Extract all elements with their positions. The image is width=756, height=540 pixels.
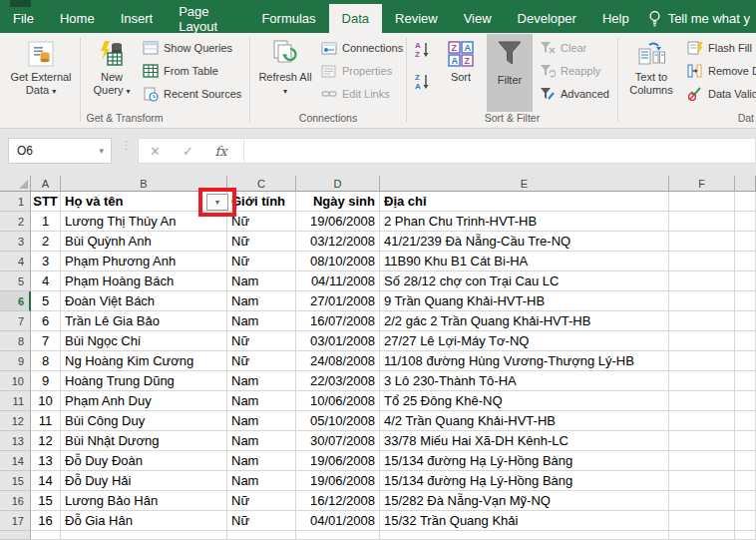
row-stub-13[interactable]: 13 bbox=[0, 431, 31, 451]
cell-D18[interactable] bbox=[296, 531, 380, 540]
column-header-partial[interactable] bbox=[735, 176, 756, 192]
cell-B11[interactable]: Phạm Anh Duy bbox=[61, 391, 227, 411]
cell-E13[interactable]: 33/78 Miếu Hai Xã-DH Kênh-LC bbox=[380, 431, 669, 451]
cell-E10[interactable]: 3 Lô 230-Thành Tô-HA bbox=[380, 371, 669, 391]
cell-G2[interactable] bbox=[735, 212, 756, 232]
row-stub-1[interactable]: 1 bbox=[0, 192, 31, 212]
row-stub-7[interactable]: 7 bbox=[0, 311, 31, 331]
row-stub-17[interactable]: 17 bbox=[0, 511, 31, 531]
cell-A11[interactable]: 10 bbox=[31, 391, 61, 411]
column-header-A[interactable]: A bbox=[31, 176, 61, 192]
cell-A7[interactable]: 6 bbox=[31, 311, 61, 331]
cell-F2[interactable] bbox=[669, 212, 735, 232]
select-all-corner[interactable] bbox=[0, 176, 31, 192]
cell-E4[interactable]: 11B90 Khu B1 Cát Bi-HA bbox=[380, 252, 669, 271]
cell-F1[interactable] bbox=[669, 192, 735, 212]
row-stub-8[interactable]: 8 bbox=[0, 331, 31, 351]
cell-E18[interactable] bbox=[380, 531, 669, 540]
cell-A9[interactable]: 8 bbox=[31, 351, 61, 371]
filter-ribbon-button[interactable]: Filter bbox=[487, 34, 533, 112]
tab-insert[interactable]: Insert bbox=[108, 4, 167, 33]
tab-file[interactable]: File bbox=[0, 4, 47, 33]
cell-B18[interactable] bbox=[61, 531, 227, 540]
cell-B5[interactable]: Phạm Hoàng Bách bbox=[61, 271, 227, 291]
cell-F12[interactable] bbox=[669, 411, 735, 431]
cell-F18[interactable] bbox=[669, 531, 735, 540]
cell-A13[interactable]: 12 bbox=[31, 431, 61, 451]
tab-data[interactable]: Data bbox=[329, 4, 382, 33]
cell-G14[interactable] bbox=[735, 451, 756, 471]
cell-B8[interactable]: Bùi Ngọc Chi bbox=[61, 331, 227, 351]
row-stub-12[interactable]: 12 bbox=[0, 411, 31, 431]
cell-A5[interactable]: 4 bbox=[31, 271, 61, 291]
column-header-D[interactable]: D bbox=[296, 176, 380, 192]
cell-G4[interactable] bbox=[735, 252, 756, 271]
column-header-B[interactable]: B bbox=[61, 176, 227, 192]
cell-C2[interactable]: Nữ bbox=[227, 212, 296, 232]
advanced-filter-button[interactable]: Advanced bbox=[539, 85, 609, 103]
tell-me-box[interactable]: Tell me what y bbox=[642, 4, 756, 33]
cell-E2[interactable]: 2 Phan Chu Trinh-HVT-HB bbox=[380, 212, 669, 232]
sort-az-button[interactable]: AZ bbox=[411, 39, 435, 59]
cell-B17[interactable]: Đỗ Gia Hân bbox=[61, 511, 227, 531]
get-external-data-button[interactable]: Get External Data ▾ bbox=[6, 37, 76, 109]
cell-D11[interactable]: 10/06/2008 bbox=[296, 391, 380, 411]
cell-E8[interactable]: 27/27 Lê Lợi-Máy Tơ-NQ bbox=[380, 331, 669, 351]
cell-G16[interactable] bbox=[735, 491, 756, 511]
cell-C6[interactable]: Nam bbox=[227, 291, 296, 311]
cell-G15[interactable] bbox=[735, 471, 756, 491]
cell-F3[interactable] bbox=[669, 232, 735, 252]
cell-A6[interactable]: 5 bbox=[31, 291, 61, 311]
cell-G11[interactable] bbox=[735, 391, 756, 411]
name-box[interactable]: O6 ▾ bbox=[8, 138, 112, 164]
cell-B15[interactable]: Đỗ Duy Hải bbox=[61, 471, 227, 491]
cell-B7[interactable]: Trần Lê Gia Bảo bbox=[61, 311, 227, 331]
cell-A17[interactable]: 16 bbox=[31, 511, 61, 531]
cell-C8[interactable]: Nữ bbox=[227, 331, 296, 351]
cell-E3[interactable]: 41/21/239 Đà Nẵng-Cầu Tre-NQ bbox=[380, 232, 669, 252]
cell-G3[interactable] bbox=[735, 232, 756, 252]
cell-C13[interactable]: Nam bbox=[227, 431, 296, 451]
cell-C7[interactable]: Nam bbox=[227, 311, 296, 331]
cell-A10[interactable]: 9 bbox=[31, 371, 61, 391]
cell-C15[interactable]: Nam bbox=[227, 471, 296, 491]
cell-D7[interactable]: 16/07/2008 bbox=[296, 311, 380, 331]
cell-G12[interactable] bbox=[735, 411, 756, 431]
cell-F16[interactable] bbox=[669, 491, 735, 511]
name-box-caret-icon[interactable]: ▾ bbox=[99, 146, 104, 156]
cell-F7[interactable] bbox=[669, 311, 735, 331]
cell-A18[interactable] bbox=[31, 531, 61, 540]
cell-B9[interactable]: Ng Hoàng Kim Cương bbox=[61, 351, 227, 371]
cell-D4[interactable]: 08/10/2008 bbox=[296, 252, 380, 271]
cell-G6[interactable] bbox=[735, 291, 756, 311]
cell-E6[interactable]: 9 Trần Quang Khải-HVT-HB bbox=[380, 291, 669, 311]
cell-G10[interactable] bbox=[735, 371, 756, 391]
cell-B14[interactable]: Đỗ Duy Đoàn bbox=[61, 451, 227, 471]
tab-page-layout[interactable]: Page Layout bbox=[166, 4, 248, 33]
cell-E11[interactable]: Tổ 25 Đông Khê-NQ bbox=[380, 391, 669, 411]
cell-A2[interactable]: 1 bbox=[31, 212, 61, 232]
cell-C18[interactable] bbox=[227, 531, 296, 540]
row-stub-5[interactable]: 5 bbox=[0, 271, 31, 291]
cell-G5[interactable] bbox=[735, 271, 756, 291]
cell-E15[interactable]: 15/134 đường Hạ Lý-Hồng Bàng bbox=[380, 471, 669, 491]
insert-function-button[interactable]: fx bbox=[204, 144, 237, 159]
cell-D16[interactable]: 16/12/2008 bbox=[296, 491, 380, 511]
cell-C1[interactable]: Giới tính bbox=[227, 192, 296, 212]
cell-A15[interactable]: 14 bbox=[31, 471, 61, 491]
cell-G18[interactable] bbox=[735, 531, 756, 540]
cell-C12[interactable]: Nam bbox=[227, 411, 296, 431]
column-header-C[interactable]: C bbox=[227, 176, 296, 192]
cell-C5[interactable]: Nam bbox=[227, 271, 296, 291]
cell-F15[interactable] bbox=[669, 471, 735, 491]
cell-B13[interactable]: Bùi Nhật Dương bbox=[61, 431, 227, 451]
row-stub-6[interactable]: 6 bbox=[0, 291, 31, 311]
cell-A3[interactable]: 2 bbox=[31, 232, 61, 252]
cell-F17[interactable] bbox=[669, 511, 735, 531]
cell-F5[interactable] bbox=[669, 271, 735, 291]
cell-F9[interactable] bbox=[669, 351, 735, 371]
remove-duplicates-button[interactable]: Remove Du bbox=[686, 62, 756, 80]
sort-button[interactable]: ZAAZ Sort bbox=[439, 37, 483, 109]
recent-sources-button[interactable]: Recent Sources bbox=[142, 85, 241, 103]
cell-B1[interactable]: Họ và tên bbox=[61, 192, 227, 212]
